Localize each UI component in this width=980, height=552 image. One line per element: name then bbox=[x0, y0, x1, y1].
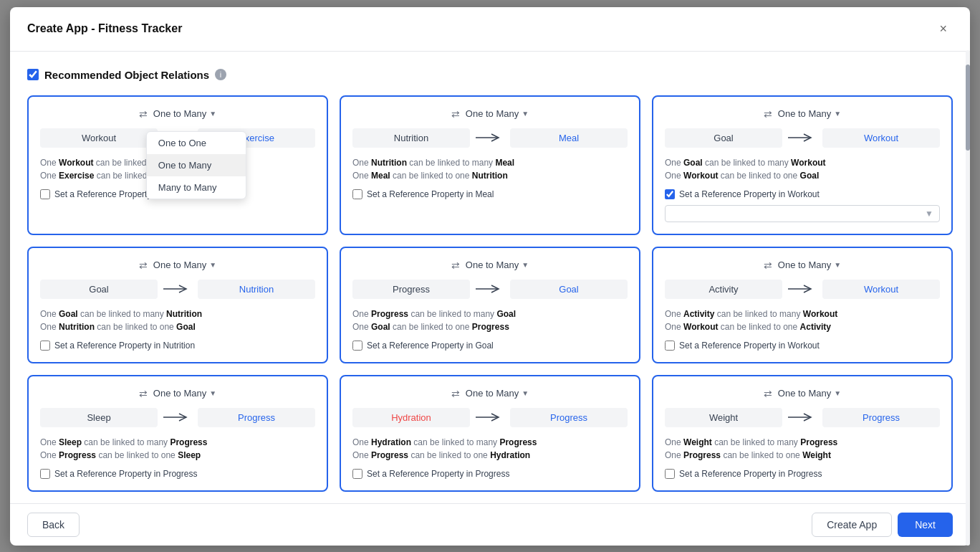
relation-select-3[interactable]: One to Many ▼ bbox=[778, 108, 841, 119]
ref-checkbox-7[interactable] bbox=[40, 469, 50, 479]
relation-card-7: ⇄ One to Many ▼ Sleep Progress One Sleep… bbox=[27, 375, 328, 492]
entity-left-3: Goal bbox=[665, 128, 782, 148]
card-desc-8: One Hydration can be linked to many Prog… bbox=[352, 436, 628, 462]
entity-right-6: Workout bbox=[822, 280, 940, 299]
relation-select-4[interactable]: One to Many ▼ bbox=[153, 260, 216, 270]
scrollbar-thumb[interactable] bbox=[966, 65, 970, 151]
close-button[interactable]: × bbox=[933, 19, 953, 39]
dropdown-item-one-to-one[interactable]: One to One bbox=[147, 132, 246, 154]
arrow-3 bbox=[788, 132, 817, 143]
swap-icon-5: ⇄ bbox=[451, 260, 460, 271]
back-button[interactable]: Back bbox=[27, 513, 80, 537]
card-checkbox-row-9: Set a Reference Property in Progress bbox=[665, 469, 940, 479]
scrollbar-track bbox=[966, 50, 970, 546]
card-desc-3: One Goal can be linked to many Workout O… bbox=[665, 156, 940, 182]
chevron-down-icon-1: ▼ bbox=[209, 110, 216, 118]
next-button[interactable]: Next bbox=[898, 513, 953, 537]
relation-card-3: ⇄ One to Many ▼ Goal Workout One Goal ca… bbox=[652, 95, 953, 235]
modal-footer: Back Create App Next bbox=[10, 503, 970, 546]
arrow-9 bbox=[788, 411, 817, 423]
swap-icon-1: ⇄ bbox=[139, 108, 148, 120]
swap-icon-4: ⇄ bbox=[139, 260, 148, 271]
footer-btn-group: Create App Next bbox=[812, 513, 953, 537]
relation-label-7: One to Many bbox=[153, 388, 206, 399]
info-icon[interactable]: i bbox=[215, 69, 226, 80]
relation-card-9: ⇄ One to Many ▼ Weight Progress One Weig… bbox=[652, 375, 953, 492]
chevron-down-icon-2: ▼ bbox=[522, 110, 529, 118]
card-desc-9: One Weight can be linked to many Progres… bbox=[665, 436, 940, 462]
entity-left-5: Progress bbox=[352, 280, 470, 299]
relation-card-6: ⇄ One to Many ▼ Activity Workout One Act… bbox=[652, 247, 953, 363]
entity-left-6: Activity bbox=[665, 280, 782, 299]
create-app-button[interactable]: Create App bbox=[812, 513, 892, 537]
entity-left-1: Workout bbox=[40, 128, 158, 148]
dropdown-item-one-to-many[interactable]: One to Many bbox=[147, 154, 246, 176]
relation-label-2: One to Many bbox=[466, 108, 519, 119]
card-checkbox-row-5: Set a Reference Property in Goal bbox=[352, 341, 628, 351]
ref-checkbox-4[interactable] bbox=[40, 341, 50, 351]
ref-checkbox-6[interactable] bbox=[665, 341, 675, 351]
entity-left-4: Goal bbox=[40, 280, 158, 299]
card-entities-3: Goal Workout bbox=[665, 128, 940, 148]
ref-checkbox-label-6: Set a Reference Property in Workout bbox=[679, 341, 820, 351]
entity-right-7: Progress bbox=[198, 408, 315, 427]
card-checkbox-row-2: Set a Reference Property in Meal bbox=[352, 189, 628, 199]
dropdown-menu-1: One to One One to Many Many to Many bbox=[146, 131, 246, 199]
relation-select-7[interactable]: One to Many ▼ bbox=[153, 388, 216, 399]
ref-checkbox-label-4: Set a Reference Property in Nutrition bbox=[54, 341, 195, 351]
card-top-1: ⇄ One to Many ▼ One to One One to Many M… bbox=[40, 108, 315, 120]
modal-body: Recommended Object Relations i ⇄ One to … bbox=[10, 52, 970, 503]
ref-checkbox-8[interactable] bbox=[352, 469, 362, 479]
card-desc-2: One Nutrition can be linked to many Meal… bbox=[352, 156, 628, 182]
arrow-8 bbox=[476, 411, 504, 423]
chevron-down-icon-6: ▼ bbox=[834, 261, 841, 269]
ref-checkbox-2[interactable] bbox=[352, 189, 362, 199]
arrow-5 bbox=[476, 283, 504, 295]
card-dropdown-3[interactable]: ▼ bbox=[665, 205, 940, 222]
card-entities-6: Activity Workout bbox=[665, 280, 940, 299]
arrow-7 bbox=[163, 411, 192, 423]
card-desc-4: One Goal can be linked to many Nutrition… bbox=[40, 308, 315, 333]
relation-label-5: One to Many bbox=[466, 260, 519, 270]
section-checkbox[interactable] bbox=[27, 69, 39, 80]
ref-checkbox-1[interactable] bbox=[40, 189, 50, 199]
card-desc-7: One Sleep can be linked to many Progress… bbox=[40, 436, 315, 462]
entity-left-9: Weight bbox=[665, 408, 782, 427]
relation-select-1[interactable]: One to Many ▼ One to One One to Many Man… bbox=[153, 108, 216, 119]
relation-label-4: One to Many bbox=[153, 260, 206, 270]
relation-select-8[interactable]: One to Many ▼ bbox=[466, 388, 529, 399]
card-top-2: ⇄ One to Many ▼ bbox=[352, 108, 628, 120]
relation-select-9[interactable]: One to Many ▼ bbox=[778, 388, 841, 399]
card-entities-9: Weight Progress bbox=[665, 408, 940, 427]
ref-checkbox-label-3: Set a Reference Property in Workout bbox=[679, 189, 820, 199]
relation-select-5[interactable]: One to Many ▼ bbox=[466, 260, 529, 270]
ref-checkbox-5[interactable] bbox=[352, 341, 362, 351]
card-entities-5: Progress Goal bbox=[352, 280, 628, 299]
dropdown-item-many-to-many[interactable]: Many to Many bbox=[147, 176, 246, 199]
relation-label-6: One to Many bbox=[778, 260, 831, 270]
ref-checkbox-label-8: Set a Reference Property in Progress bbox=[367, 469, 509, 479]
relation-card-8: ⇄ One to Many ▼ Hydration Progress One H… bbox=[340, 375, 640, 492]
card-checkbox-row-7: Set a Reference Property in Progress bbox=[40, 469, 315, 479]
relation-label-9: One to Many bbox=[778, 388, 831, 399]
entity-right-9: Progress bbox=[822, 408, 940, 427]
ref-checkbox-label-5: Set a Reference Property in Goal bbox=[367, 341, 494, 351]
card-checkbox-row-8: Set a Reference Property in Progress bbox=[352, 469, 628, 479]
entity-right-8: Progress bbox=[510, 408, 628, 427]
entity-left-8: Hydration bbox=[352, 408, 470, 427]
ref-checkbox-3[interactable] bbox=[665, 189, 675, 199]
chevron-down-icon-5: ▼ bbox=[522, 261, 529, 269]
ref-checkbox-9[interactable] bbox=[665, 469, 675, 479]
card-top-8: ⇄ One to Many ▼ bbox=[352, 388, 628, 399]
entity-right-4: Nutrition bbox=[198, 280, 315, 299]
relation-select-6[interactable]: One to Many ▼ bbox=[778, 260, 841, 270]
swap-icon-6: ⇄ bbox=[764, 260, 772, 271]
card-entities-2: Nutrition Meal bbox=[352, 128, 628, 148]
relation-select-2[interactable]: One to Many ▼ bbox=[466, 108, 529, 119]
modal-title: Create App - Fitness Tracker bbox=[27, 22, 182, 35]
entity-right-2: Meal bbox=[510, 128, 628, 148]
swap-icon-8: ⇄ bbox=[451, 388, 460, 399]
swap-icon-9: ⇄ bbox=[764, 388, 772, 399]
card-entities-8: Hydration Progress bbox=[352, 408, 628, 427]
entity-left-7: Sleep bbox=[40, 408, 158, 427]
